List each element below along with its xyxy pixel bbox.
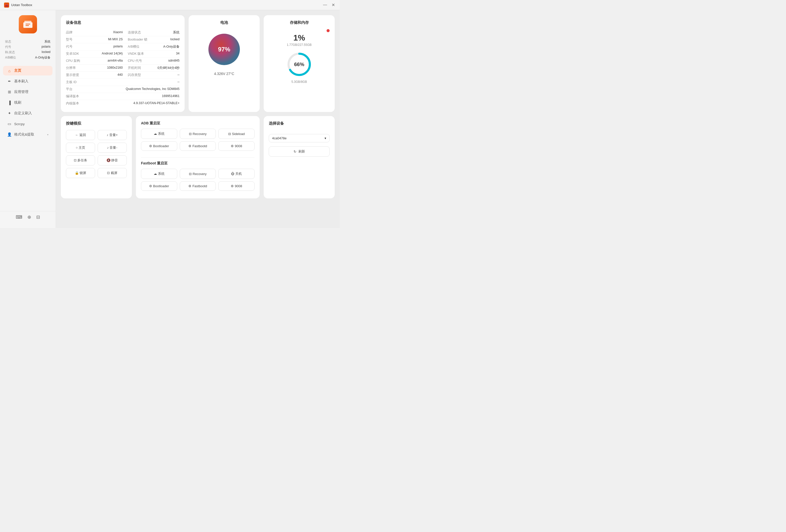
app-logo: 🧰: [4, 2, 9, 7]
home-icon: ⌂: [7, 69, 11, 73]
table-row: 编译版本 1699514961: [66, 93, 180, 100]
fb-row2: ⚙ Bootloader ⚙ Fastbootd ⚙ 9008: [141, 182, 255, 191]
custom-flash-icon: ✦: [7, 111, 11, 116]
mute-button[interactable]: 🔇 静音: [98, 155, 127, 165]
sidebar-item-flash[interactable]: ✒ 基本刷入: [3, 76, 52, 86]
refresh-button[interactable]: ↻ 刷新: [269, 146, 330, 156]
refresh-icon: ↻: [294, 150, 296, 153]
adb-9008-button[interactable]: ⚙ 9008: [218, 141, 255, 151]
reboot-card: ADB 重启至 ☁ 系统 ⊟ Recovery ⊟ Sideload ⚙ Boo…: [136, 116, 260, 198]
minimize-button[interactable]: —: [323, 2, 328, 7]
vol-down-button[interactable]: ♪ 音量-: [98, 143, 127, 153]
sidebar: 状态 系统 代号 polaris BL状态 locked A/B槽位 A-Onl…: [0, 10, 56, 228]
bottom-row: 按键模拟 ← 返回 ♪ 音量+ ○ 主页 ♪ 音量- ⊡ 多任务 🔇 静音 🔒 …: [61, 116, 335, 198]
fastboot-reboot-title: Fastboot 重启至: [141, 161, 255, 166]
table-row: 平台 Qualcomm Technologies, Inc SDM845: [66, 86, 180, 93]
device-info-title: 设备信息: [66, 20, 180, 25]
chevron-down-icon: ▾: [47, 133, 48, 136]
adb-reboot-title: ADB 重启至: [141, 121, 255, 126]
github-icon[interactable]: ⊕: [27, 214, 31, 220]
logo-box: [19, 15, 37, 33]
sidebar-footer: ⌨ ⊕ ⊟: [0, 211, 55, 223]
device-table: 品牌 Xiaomi 连接状态 系统 型号 Mi MIX 2S Bootloade…: [66, 29, 180, 107]
fb-shutdown-button[interactable]: ⏻ 关机: [218, 169, 255, 179]
titlebar: 🧰 Uotan Toolbox — ✕: [0, 0, 340, 10]
adb-bootloader-button[interactable]: ⚙ Bootloader: [141, 141, 177, 151]
window-controls: — ✕: [323, 2, 336, 7]
device-select-dropdown[interactable]: 4ca0478e ▾: [269, 134, 330, 142]
fb-sys-button[interactable]: ☁ 系统: [141, 169, 177, 179]
table-row: 分辨率 1080x2160 开机时间 0天6时44分4秒: [66, 65, 180, 72]
battery-percentage: 97%: [218, 46, 230, 53]
sidebar-item-app-mgr[interactable]: ⊞ 应用管理: [3, 87, 52, 97]
sidebar-item-custom-flash[interactable]: ✦ 自定义刷入: [3, 108, 52, 118]
fb-row1: ☁ 系统 ⊟ Recovery ⏻ 关机: [141, 169, 255, 179]
sidebar-item-format[interactable]: 👤 格式化&提取 ▾: [3, 130, 52, 139]
close-button[interactable]: ✕: [331, 2, 336, 7]
screenshot-button[interactable]: ⊡ 截屏: [98, 168, 127, 178]
table-row: CPU 架构 arm64-v8a CPU 代号 sdm845: [66, 57, 180, 65]
sidebar-item-line-flash[interactable]: ▐ 线刷: [3, 98, 52, 107]
top-row: 设备信息 品牌 Xiaomi 连接状态 系统 型号 Mi MIX 2S Boot…: [61, 15, 335, 112]
sidebar-item-scrcpy[interactable]: ▭ Scrcpy: [3, 119, 52, 129]
table-row: 型号 Mi MIX 2S Bootloader 锁 locked: [66, 36, 180, 43]
storage-used: 1.77GB/227.55GB: [287, 43, 311, 47]
refresh-label: 刷新: [298, 149, 305, 154]
fb-9008-button[interactable]: ⚙ 9008: [218, 182, 255, 191]
adb-sys-button[interactable]: ☁ 系统: [141, 129, 177, 139]
back-button[interactable]: ← 返回: [66, 130, 95, 140]
mini-row-status: 状态 系统: [5, 40, 50, 44]
storage-percentage: 1%: [293, 33, 305, 43]
table-row: 主板 ID --: [66, 79, 180, 86]
device-info-card: 设备信息 品牌 Xiaomi 连接状态 系统 型号 Mi MIX 2S Boot…: [61, 15, 185, 112]
storage-title: 存储和内存: [290, 20, 309, 25]
battery-card: 电池 97% 4.326V 27°C: [189, 15, 260, 112]
adb-fastbootd-button[interactable]: ⚙ Fastbootd: [180, 141, 216, 151]
format-icon: 👤: [7, 132, 11, 137]
mini-row-bl: BL状态 locked: [5, 50, 50, 54]
battery-stats: 4.326V 27°C: [214, 72, 234, 76]
scrcpy-icon: ▭: [7, 122, 11, 126]
lock-button[interactable]: 🔒 锁屏: [66, 168, 95, 178]
table-row: 品牌 Xiaomi 连接状态 系统: [66, 29, 180, 36]
table-row: 安卓SDK Android 14(34) VNDK 版本 34: [66, 50, 180, 57]
battery-circle: 97%: [206, 32, 242, 67]
sidebar-item-home-label: 主页: [14, 68, 21, 73]
key-sim-grid: ← 返回 ♪ 音量+ ○ 主页 ♪ 音量- ⊡ 多任务 🔇 静音 🔒 锁屏 ⊡ …: [66, 130, 127, 178]
sidebar-item-format-label: 格式化&提取: [14, 132, 34, 137]
terminal-icon[interactable]: ⌨: [16, 214, 22, 220]
sidebar-item-line-flash-label: 线刷: [14, 100, 21, 105]
fb-recovery-button[interactable]: ⊟ Recovery: [180, 169, 216, 179]
table-row: 内核版本 4.9.337-UOTAN-PE14-STABLE+: [66, 100, 180, 107]
app-title: Uotan Toolbox: [11, 3, 323, 7]
svg-rect-2: [23, 22, 32, 28]
home-button[interactable]: ○ 主页: [66, 143, 95, 153]
fb-bootloader-button[interactable]: ⚙ Bootloader: [141, 182, 177, 191]
storage-dot: [327, 29, 330, 32]
sidebar-item-scrcpy-label: Scrcpy: [14, 122, 25, 126]
fastboot-reboot-group: Fastboot 重启至 ☁ 系统 ⊟ Recovery ⏻ 关机 ⚙ Boot…: [141, 157, 255, 193]
table-row: 代号 polaris A/B槽位 A-Only设备: [66, 43, 180, 50]
adb-recovery-button[interactable]: ⊟ Recovery: [180, 129, 216, 139]
sidebar-logo: [0, 15, 55, 33]
fb-fastbootd-button[interactable]: ⚙ Fastbootd: [180, 182, 216, 191]
sidebar-item-home[interactable]: ⌂ 主页: [3, 66, 52, 75]
select-device-title: 选择设备: [269, 121, 330, 126]
sidebar-item-app-mgr-label: 应用管理: [14, 90, 28, 94]
recents-button[interactable]: ⊡ 多任务: [66, 155, 95, 165]
vol-up-button[interactable]: ♪ 音量+: [98, 130, 127, 140]
adb-row2: ⚙ Bootloader ⚙ Fastbootd ⚙ 9008: [141, 141, 255, 151]
adb-row1: ☁ 系统 ⊟ Recovery ⊟ Sideload: [141, 129, 255, 139]
device-info-mini: 状态 系统 代号 polaris BL状态 locked A/B槽位 A-Onl…: [0, 40, 55, 61]
flash-icon: ✒: [7, 79, 11, 83]
key-sim-title: 按键模拟: [66, 121, 127, 126]
app-mgr-icon: ⊞: [7, 90, 11, 94]
sidebar-nav: ⌂ 主页 ✒ 基本刷入 ⊞ 应用管理 ▐ 线刷 ✦ 自定义刷入 ▭ Scrcpy: [0, 66, 55, 209]
key-sim-card: 按键模拟 ← 返回 ♪ 音量+ ○ 主页 ♪ 音量- ⊡ 多任务 🔇 静音 🔒 …: [61, 116, 132, 198]
chat-icon[interactable]: ⊟: [36, 214, 40, 220]
chevron-down-icon: ▾: [325, 136, 326, 140]
adb-sideload-button[interactable]: ⊟ Sideload: [218, 129, 255, 139]
storage-card: 存储和内存 1% 1.77GB/227.55GB 66% 5.3GB/8GB: [264, 15, 335, 112]
mini-row-codename: 代号 polaris: [5, 45, 50, 49]
main-content: 设备信息 品牌 Xiaomi 连接状态 系统 型号 Mi MIX 2S Boot…: [56, 10, 340, 228]
